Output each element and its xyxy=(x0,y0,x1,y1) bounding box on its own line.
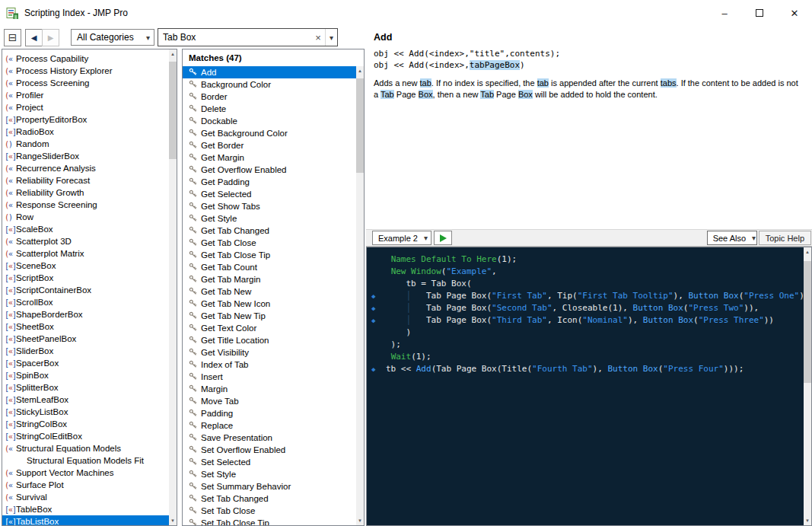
category-item[interactable]: («Process History Explorer xyxy=(2,65,169,77)
script-editor[interactable]: Names Default To Here(1); New Window("Ex… xyxy=(366,247,812,526)
match-item[interactable]: Get Tab New xyxy=(183,285,356,298)
category-item[interactable]: ()Row xyxy=(2,211,169,223)
match-item[interactable]: Get Tab New Icon xyxy=(183,298,356,310)
category-item[interactable]: [«]SpinBox xyxy=(2,369,169,381)
match-item[interactable]: Get Tab New Tip xyxy=(183,310,356,322)
run-example-button[interactable] xyxy=(434,231,452,245)
category-item[interactable]: («Reliability Forecast xyxy=(2,174,169,186)
forward-button[interactable]: ▶ xyxy=(42,29,59,46)
category-item[interactable]: («Process Capability xyxy=(2,53,169,65)
match-item[interactable]: Dockable xyxy=(183,115,356,127)
scroll-down-button[interactable]: ▼ xyxy=(804,516,811,525)
category-item[interactable]: [«]RangeSliderBox xyxy=(2,150,169,162)
see-also-dropdown[interactable]: See Also ▾ xyxy=(707,231,757,245)
match-item[interactable]: Get Title Location xyxy=(183,334,356,346)
category-item[interactable]: («Scatterplot Matrix xyxy=(2,247,169,260)
match-item[interactable]: Get Margin xyxy=(183,151,356,164)
search-history-dropdown[interactable]: ▾ xyxy=(325,29,337,46)
category-item[interactable]: («Profiler xyxy=(2,89,169,101)
category-item[interactable]: [«]SheetPanelBox xyxy=(2,333,169,345)
match-item[interactable]: Replace xyxy=(183,419,356,432)
scroll-down-button[interactable]: ▼ xyxy=(356,516,364,525)
scrollbar-thumb[interactable] xyxy=(356,78,364,173)
scroll-up-button[interactable]: ▲ xyxy=(356,66,364,75)
match-item[interactable]: Get Selected xyxy=(183,188,356,200)
search-input[interactable] xyxy=(158,32,311,43)
category-item[interactable]: ()Random xyxy=(2,138,169,150)
category-item[interactable]: [«]TableBox xyxy=(2,503,169,515)
match-item[interactable]: Set Tab Changed xyxy=(183,493,356,505)
category-item[interactable]: [«]TabListBox xyxy=(2,515,169,526)
match-item[interactable]: Insert xyxy=(183,371,356,383)
clear-search-button[interactable]: × xyxy=(311,29,325,46)
category-item[interactable]: («Project xyxy=(2,101,169,113)
category-item[interactable]: Structural Equation Models Fit xyxy=(2,454,169,467)
match-item[interactable]: Get Border xyxy=(183,139,356,151)
match-item[interactable]: Set Style xyxy=(183,468,356,480)
maximize-button[interactable] xyxy=(742,0,777,26)
match-item[interactable]: Get Tab Changed xyxy=(183,225,356,237)
match-item[interactable]: Save Presentation xyxy=(183,432,356,444)
category-item[interactable]: [«]StickyListBox xyxy=(2,406,169,418)
scrollbar-thumb[interactable] xyxy=(804,261,811,383)
topic-help-button[interactable]: Topic Help xyxy=(759,231,811,245)
match-item[interactable]: Set Tab Close xyxy=(183,505,356,517)
category-item[interactable]: [«]SceneBox xyxy=(2,260,169,272)
category-item[interactable]: [«]ScriptContainerBox xyxy=(2,284,169,296)
code-area[interactable]: Names Default To Here(1); New Window("Ex… xyxy=(367,253,804,525)
match-item[interactable]: Get Background Color xyxy=(183,127,356,139)
match-item[interactable]: Get Tab Close xyxy=(183,237,356,249)
match-item[interactable]: Padding xyxy=(183,407,356,419)
category-item[interactable]: [«]SpacerBox xyxy=(2,357,169,369)
category-item[interactable]: [«]ScriptBox xyxy=(2,272,169,284)
match-item[interactable]: Get Show Tabs xyxy=(183,200,356,212)
category-item[interactable]: («Survival xyxy=(2,491,169,503)
display-boxes-button[interactable]: ⊟ xyxy=(4,29,21,46)
category-item[interactable]: [«]SplitterBox xyxy=(2,381,169,394)
match-item[interactable]: Add xyxy=(183,66,356,78)
category-item[interactable]: [«]StringColBox xyxy=(2,418,169,430)
match-item[interactable]: Margin xyxy=(183,383,356,395)
matches-scrollbar[interactable]: ▲ ▼ xyxy=(356,66,364,525)
category-item[interactable]: («Structural Equation Models xyxy=(2,442,169,454)
match-item[interactable]: Get Tab Close Tip xyxy=(183,249,356,261)
category-filter-dropdown[interactable]: All Categories ▾ xyxy=(71,29,154,46)
match-item[interactable]: Get Tab Count xyxy=(183,261,356,273)
scroll-up-button[interactable]: ▲ xyxy=(169,49,177,59)
category-item[interactable]: [«]StemLeafBox xyxy=(2,394,169,406)
match-item[interactable]: Get Text Color xyxy=(183,322,356,334)
scroll-up-button[interactable]: ▲ xyxy=(804,247,811,257)
match-item[interactable]: Move Tab xyxy=(183,395,356,407)
category-item[interactable]: («Reliability Growth xyxy=(2,186,169,199)
category-item[interactable]: («Process Screening xyxy=(2,77,169,89)
match-item[interactable]: Get Style xyxy=(183,212,356,225)
back-button[interactable]: ◀ xyxy=(25,29,43,46)
category-item[interactable]: [«]SheetBox xyxy=(2,320,169,333)
category-scrollbar[interactable]: ▲ ▼ xyxy=(169,49,177,525)
match-item[interactable]: Border xyxy=(183,91,356,103)
close-button[interactable]: ✕ xyxy=(777,0,812,26)
example-selector[interactable]: Example 2 ▾ xyxy=(372,231,431,245)
match-item[interactable]: Set Selected xyxy=(183,456,356,468)
category-item[interactable]: [«]SliderBox xyxy=(2,345,169,357)
minimize-button[interactable]: – xyxy=(707,0,742,26)
match-item[interactable]: Get Overflow Enabled xyxy=(183,164,356,176)
category-item[interactable]: («Recurrence Analysis xyxy=(2,162,169,174)
category-item[interactable]: («Surface Plot xyxy=(2,479,169,491)
category-item[interactable]: («Response Screening xyxy=(2,199,169,211)
category-item[interactable]: [«]StringColEditBox xyxy=(2,430,169,442)
editor-scrollbar[interactable]: ▲ ▼ xyxy=(804,247,811,525)
category-item[interactable]: [«]RadioBox xyxy=(2,126,169,138)
match-item[interactable]: Get Visibility xyxy=(183,346,356,359)
category-item[interactable]: [«]PropertyEditorBox xyxy=(2,113,169,126)
scrollbar-thumb[interactable] xyxy=(169,62,177,159)
category-item[interactable]: [«]ScrollBox xyxy=(2,296,169,308)
match-item[interactable]: Delete xyxy=(183,103,356,115)
category-item[interactable]: («Support Vector Machines xyxy=(2,467,169,479)
scroll-down-button[interactable]: ▼ xyxy=(169,516,177,525)
match-item[interactable]: Set Tab Close Tip xyxy=(183,517,356,526)
category-item[interactable]: («Scatterplot 3D xyxy=(2,235,169,247)
match-item[interactable]: Get Padding xyxy=(183,176,356,188)
match-item[interactable]: Set Summary Behavior xyxy=(183,480,356,493)
match-item[interactable]: Get Tab Margin xyxy=(183,273,356,285)
